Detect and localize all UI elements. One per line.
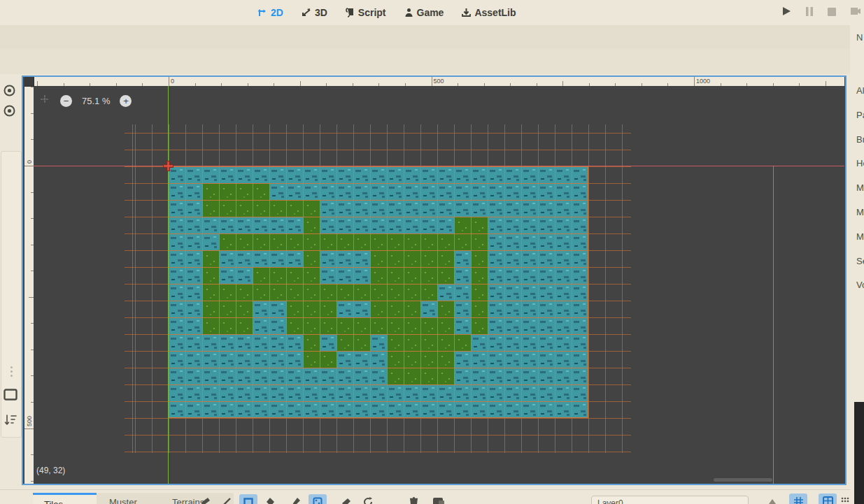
ruler-label: 1000 bbox=[696, 78, 710, 85]
grass-tile bbox=[303, 351, 320, 368]
water-tile bbox=[185, 384, 202, 401]
tab-game[interactable]: Game bbox=[404, 7, 444, 18]
grass-tile bbox=[303, 233, 320, 250]
water-tile bbox=[185, 200, 202, 217]
water-tile bbox=[353, 166, 370, 183]
tab-muster[interactable]: Muster bbox=[98, 493, 148, 504]
grid-dots-icon[interactable] bbox=[841, 496, 849, 504]
water-tile bbox=[504, 183, 521, 200]
canvas[interactable]: − 75.1 % + (49, 32) bbox=[34, 86, 844, 484]
grass-tile bbox=[471, 301, 488, 317]
tilemap[interactable] bbox=[169, 166, 588, 418]
ruler-tick bbox=[642, 83, 642, 86]
tab-tiles[interactable]: Tiles bbox=[33, 493, 97, 504]
zoom-in-button[interactable]: + bbox=[120, 95, 132, 107]
tab-2d[interactable]: 2D bbox=[257, 7, 283, 18]
ruler-tick bbox=[826, 81, 826, 86]
top-bar: 2D 3D Script Game AssetLib bbox=[0, 0, 864, 25]
random-toggle-icon[interactable] bbox=[309, 494, 327, 504]
grass-tile bbox=[219, 301, 236, 317]
sort-list-icon[interactable] bbox=[3, 414, 17, 429]
water-tile bbox=[286, 334, 303, 351]
grass-tile bbox=[303, 284, 320, 301]
eraser-tool-icon[interactable] bbox=[337, 494, 355, 504]
grass-tile bbox=[387, 284, 404, 301]
water-tile bbox=[521, 183, 538, 200]
tab-script[interactable]: Script bbox=[346, 7, 386, 18]
trash-icon[interactable] bbox=[404, 494, 423, 504]
ruler-tick bbox=[300, 81, 301, 86]
picker-tool-icon[interactable] bbox=[287, 494, 305, 504]
grass-tile bbox=[420, 351, 437, 368]
window-panel-icon[interactable] bbox=[3, 389, 17, 403]
water-tile bbox=[269, 183, 286, 200]
tab-3d[interactable]: 3D bbox=[302, 7, 327, 18]
grass-tile bbox=[320, 317, 337, 334]
ruler-tick bbox=[562, 81, 563, 86]
water-tile bbox=[538, 200, 555, 217]
water-tile bbox=[320, 368, 337, 384]
water-tile bbox=[320, 334, 337, 351]
water-tile bbox=[337, 250, 353, 267]
layer-select-dropdown[interactable]: Layer0 bbox=[591, 496, 749, 504]
water-tile bbox=[555, 183, 572, 200]
water-tile bbox=[488, 267, 504, 284]
tab-assetlib[interactable]: AssetLib bbox=[462, 7, 516, 18]
water-tile bbox=[202, 233, 219, 250]
inspector-property-label: He bbox=[856, 158, 864, 168]
ruler-tick bbox=[31, 245, 34, 245]
ruler-tick bbox=[615, 83, 616, 86]
stop-button[interactable] bbox=[828, 6, 836, 19]
water-tile bbox=[538, 384, 555, 401]
water-tile bbox=[454, 284, 471, 301]
bucket-tool-icon[interactable] bbox=[261, 494, 279, 504]
ruler-tick bbox=[31, 113, 34, 114]
water-tile bbox=[337, 183, 353, 200]
water-tile bbox=[555, 200, 572, 217]
play-button[interactable] bbox=[781, 6, 791, 19]
highlight-tilemap-icon[interactable] bbox=[430, 494, 448, 504]
water-tile bbox=[185, 284, 202, 301]
grass-tile bbox=[269, 267, 286, 284]
center-view-icon[interactable] bbox=[39, 94, 50, 108]
rotate-tile-icon[interactable] bbox=[359, 494, 377, 504]
rect-tool-icon[interactable] bbox=[239, 494, 257, 504]
right-dock-header: N bbox=[856, 32, 863, 43]
water-tile bbox=[538, 368, 555, 384]
water-tile bbox=[286, 217, 303, 233]
2d-viewport[interactable]: − 75.1 % + (49, 32) 05001000 0500 bbox=[22, 75, 847, 485]
water-tile bbox=[572, 183, 588, 200]
grid-toggle-icon[interactable] bbox=[789, 494, 807, 504]
water-tile bbox=[521, 351, 538, 368]
grass-tile bbox=[219, 284, 236, 301]
viewport-rect-edge bbox=[773, 166, 774, 484]
water-tile bbox=[169, 301, 185, 317]
water-tile bbox=[219, 351, 236, 368]
water-tile bbox=[488, 368, 504, 384]
pause-button[interactable] bbox=[805, 6, 814, 19]
water-tile bbox=[404, 217, 420, 233]
eye-icon[interactable] bbox=[3, 104, 16, 117]
water-tile bbox=[286, 351, 303, 368]
line-tool-icon[interactable] bbox=[218, 494, 236, 504]
tile-palette-toggle-icon[interactable] bbox=[819, 494, 837, 504]
ruler-tick bbox=[64, 83, 64, 86]
horizontal-scrollbar[interactable] bbox=[714, 478, 772, 482]
grass-tile bbox=[420, 284, 437, 301]
water-tile bbox=[420, 401, 437, 418]
grass-tile bbox=[420, 368, 437, 384]
water-tile bbox=[269, 334, 286, 351]
water-tile bbox=[236, 384, 253, 401]
movie-mode-button[interactable] bbox=[850, 6, 861, 19]
zoom-level-value[interactable]: 75.1 % bbox=[82, 96, 110, 106]
grass-tile bbox=[420, 233, 437, 250]
pencil-tool-icon[interactable] bbox=[196, 494, 214, 504]
water-tile bbox=[387, 217, 404, 233]
dock-handle-icon[interactable] bbox=[10, 366, 13, 377]
water-tile bbox=[219, 166, 236, 183]
grass-tile bbox=[236, 233, 253, 250]
zoom-out-button[interactable]: − bbox=[60, 95, 72, 107]
eye-icon[interactable] bbox=[3, 84, 16, 97]
water-tile bbox=[219, 368, 236, 384]
layer-up-icon[interactable] bbox=[768, 496, 777, 504]
